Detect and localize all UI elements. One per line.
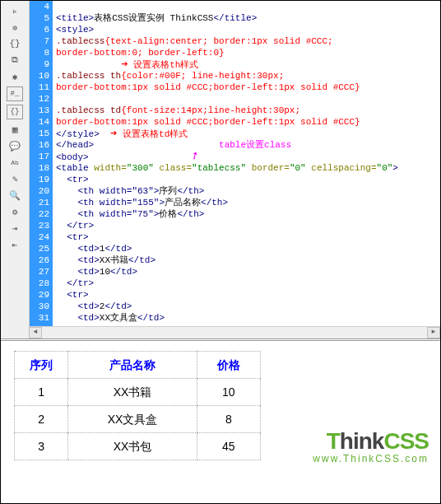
tool-pointer-icon[interactable]: ▹ <box>8 4 21 17</box>
table-row: 1 XX书籍 10 <box>15 379 261 406</box>
tool-brush-icon[interactable]: ✎ <box>8 172 21 185</box>
line-number: 7 <box>30 35 49 47</box>
cell: 10 <box>197 379 260 406</box>
line-number: 4 <box>30 1 49 12</box>
tag: <body> <box>56 152 89 162</box>
str: "300" <box>127 163 154 173</box>
horizontal-scrollbar[interactable]: ◄ ► <box>29 326 440 338</box>
line-number: 18 <box>30 162 49 174</box>
tag: </th> <box>177 186 204 196</box>
str: "0" <box>290 163 306 173</box>
logo-css: CSS <box>383 428 429 454</box>
tag: </tr> <box>56 278 94 288</box>
css-selector: .tablecss td <box>56 105 121 115</box>
line-number: 11 <box>30 82 49 93</box>
tag: </th> <box>177 209 204 219</box>
line-number: 5 <box>30 12 49 24</box>
tag: <style> <box>56 25 94 35</box>
text: 产品名称 <box>165 198 201 208</box>
code-area[interactable]: <title>表格CSS设置实例 ThinkCSS</title> <style… <box>53 1 440 338</box>
arrow-up-icon: ➚ <box>189 150 201 163</box>
tool-asterisk-icon[interactable]: ✱ <box>8 70 21 83</box>
table-row: 3 XX书包 45 <box>15 433 261 460</box>
tag: <th width="63"> <box>56 186 159 196</box>
line-number: 9 <box>30 58 49 70</box>
text: 价格 <box>159 209 177 219</box>
line-number: 28 <box>30 278 49 289</box>
tool-expand-icon[interactable]: ⇤ <box>8 238 21 251</box>
text: 序列 <box>159 186 177 196</box>
attr: border= <box>246 163 290 173</box>
attr: class= <box>154 163 192 173</box>
str: "tablecss" <box>192 163 246 173</box>
line-number: 22 <box>30 208 49 220</box>
scroll-right-icon[interactable]: ► <box>427 327 440 338</box>
str: "0" <box>377 163 393 173</box>
css-body: {font-size:14px;line-height:30px; <box>121 105 300 115</box>
tag: <td> <box>56 301 100 311</box>
line-number: 17 <box>30 151 49 162</box>
text: 表格CSS设置实例 ThinkCSS <box>94 13 213 23</box>
th-price: 价格 <box>197 352 260 379</box>
cell: XX文具盒 <box>68 406 197 433</box>
line-number: 15 <box>30 128 49 139</box>
tag: <tr> <box>56 290 89 300</box>
line-number: 14 <box>30 116 49 128</box>
annotation-text: table设置class <box>219 140 291 150</box>
cell: 8 <box>197 406 260 433</box>
table-row: 2 XX文具盒 8 <box>15 406 261 433</box>
line-number: 19 <box>30 174 49 185</box>
line-number: 16 <box>30 139 49 151</box>
cell: XX书包 <box>68 433 197 460</box>
tool-braces-icon[interactable]: {} <box>7 105 23 119</box>
tool-comment-icon[interactable]: 💬 <box>8 139 21 152</box>
logo-url: www.ThinkCSS.com <box>313 453 429 464</box>
tool-search-icon[interactable]: 🔍 <box>8 189 21 202</box>
line-number-gutter: 4567891011121314151617181920212223242526… <box>30 1 53 338</box>
tag: </td> <box>128 255 156 265</box>
annotation-text: 设置表格td样式 <box>123 129 188 139</box>
cell: 2 <box>15 406 68 433</box>
tag: </head> <box>56 140 94 150</box>
line-number: 8 <box>30 47 49 58</box>
tool-tree-icon[interactable]: ⧉ <box>8 54 21 67</box>
attr: cellspacing= <box>306 163 377 173</box>
tag: > <box>392 163 398 173</box>
tool-brackets-icon[interactable]: {} <box>8 37 21 50</box>
tool-collapse-icon[interactable]: ⇥ <box>8 222 21 235</box>
line-number: 26 <box>30 254 49 266</box>
line-number: 13 <box>30 105 49 116</box>
tag: <th width="75"> <box>56 209 159 219</box>
tool-ab-icon[interactable]: Ab <box>8 156 21 169</box>
line-number: 25 <box>30 243 49 254</box>
tool-chart-icon[interactable]: ▦ <box>8 123 21 136</box>
th-name: 产品名称 <box>68 352 197 379</box>
scroll-left-icon[interactable]: ◄ <box>29 327 42 338</box>
arrow-right-icon: ➔ <box>110 128 117 139</box>
line-number: 10 <box>30 70 49 82</box>
css-body: border-bottom:1px solid #CCC;border-left… <box>56 82 360 92</box>
attr: width= <box>94 163 127 173</box>
tool-hash-icon[interactable]: #_ <box>7 86 23 101</box>
line-number: 24 <box>30 231 49 243</box>
preview-pane: 序列 产品名称 价格 1 XX书籍 10 2 XX文具盒 8 3 XX书包 45… <box>1 341 440 489</box>
cell: XX书籍 <box>68 379 197 406</box>
tag: <td> <box>56 313 100 323</box>
css-body: {color:#00F; line-height:30px; <box>121 71 284 81</box>
text: XX书籍 <box>100 255 128 265</box>
cell: 1 <box>15 379 68 406</box>
tag: <table <box>56 163 94 173</box>
text: XX文具盒 <box>100 313 137 323</box>
css-selector: .tablecss th <box>56 71 121 81</box>
css-body: {text-align:center; border:1px solid #CC… <box>104 36 332 46</box>
tool-snowflake-icon[interactable]: ✲ <box>8 21 21 34</box>
line-number: 12 <box>30 93 49 105</box>
tool-gear-icon[interactable]: ⚙ <box>8 205 21 218</box>
tag: <td> <box>56 244 100 254</box>
line-number: 21 <box>30 197 49 208</box>
css-body: border-bottom:0; border-left:0} <box>56 48 225 58</box>
th-index: 序列 <box>15 352 68 379</box>
tag: </th> <box>201 198 228 208</box>
line-number: 23 <box>30 220 49 231</box>
tag: </title> <box>213 13 257 23</box>
